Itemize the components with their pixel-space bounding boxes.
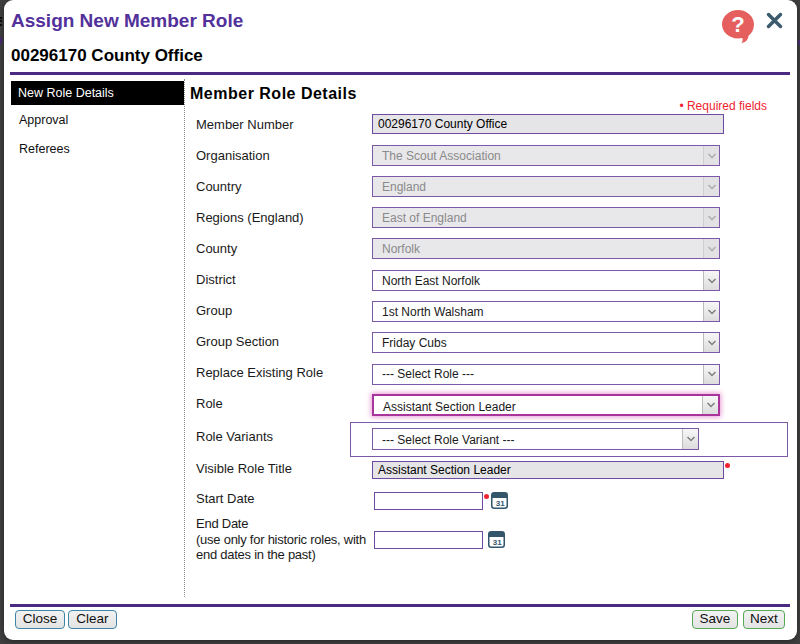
svg-text:31: 31 [493, 538, 502, 547]
svg-text:?: ? [731, 12, 744, 37]
svg-text:31: 31 [496, 499, 505, 508]
